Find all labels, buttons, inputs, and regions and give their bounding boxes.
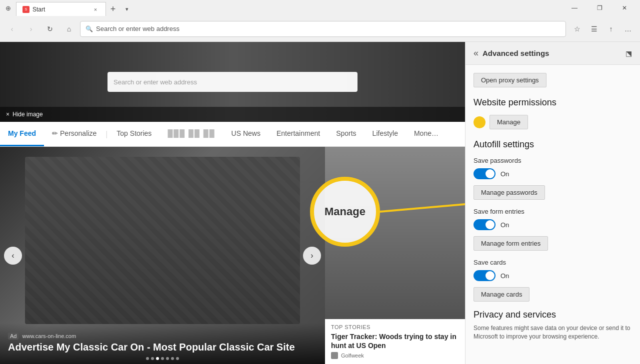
tab-sports[interactable]: Sports xyxy=(328,122,364,146)
save-form-entries-toggle-label: On xyxy=(500,221,509,229)
tab-blurred[interactable]: ███ ██ ██ xyxy=(160,122,223,146)
save-cards-toggle[interactable] xyxy=(474,270,496,281)
manage-form-entries-button[interactable]: Manage form entries xyxy=(474,236,548,251)
home-button[interactable]: ⌂ xyxy=(61,21,77,37)
autofill-settings-title: Autofill settings xyxy=(474,139,632,150)
source-name: Golfweek xyxy=(341,353,364,359)
save-passwords-toggle[interactable] xyxy=(474,168,496,179)
save-cards-toggle-row: On xyxy=(474,270,632,281)
tab-entertainment[interactable]: Entertainment xyxy=(268,122,328,146)
refresh-button[interactable]: ↻ xyxy=(42,21,58,37)
tab-sports-label: Sports xyxy=(336,129,356,137)
tab-my-feed-label: My Feed xyxy=(8,129,36,137)
save-passwords-toggle-label: On xyxy=(500,170,509,178)
nav-separator-1: | xyxy=(104,130,108,139)
edit-icon: ✏ xyxy=(52,129,58,137)
dot-5 xyxy=(166,357,169,360)
close-button[interactable]: ✕ xyxy=(613,0,636,16)
settings-popout-button[interactable]: ⬔ xyxy=(626,49,632,57)
dot-3 xyxy=(156,357,159,360)
reading-view-button[interactable]: ☰ xyxy=(586,21,602,37)
tabs-area: S Start × + ▾ xyxy=(16,0,134,16)
settings-header-left: « Advanced settings xyxy=(474,48,549,58)
settings-panel: « Advanced settings ⬔ Open proxy setting… xyxy=(465,42,640,364)
save-passwords-toggle-row: On xyxy=(474,168,632,179)
tab-lifestyle[interactable]: Lifestyle xyxy=(364,122,406,146)
more-button[interactable]: … xyxy=(620,21,636,37)
source-icon xyxy=(331,352,338,359)
address-bar[interactable]: 🔍 Search or enter web address xyxy=(80,21,566,37)
yellow-dot xyxy=(474,116,486,128)
tab-close-button[interactable]: × xyxy=(92,5,100,13)
manage-cards-button[interactable]: Manage cards xyxy=(474,287,530,302)
hide-image-label: Hide image xyxy=(12,111,43,118)
address-text: Search or enter web address xyxy=(96,25,180,32)
card-next-button[interactable]: › xyxy=(303,247,321,265)
content-area: Search or enter web address × Hide image… xyxy=(0,42,640,364)
tab-personalize-label: Personalize xyxy=(60,129,96,137)
tab-top-stories[interactable]: Top Stories xyxy=(108,122,160,146)
dot-7 xyxy=(176,357,179,360)
minimize-button[interactable]: — xyxy=(563,0,586,16)
ad-url: www.cars-on-line.com xyxy=(22,333,76,339)
tab-favicon: S xyxy=(22,6,30,13)
nav-bar: ‹ › ↻ ⌂ 🔍 Search or enter web address ☆ … xyxy=(0,16,640,42)
settings-header: « Advanced settings ⬔ xyxy=(466,42,640,65)
window-controls: — ❐ ✕ xyxy=(563,0,636,16)
save-form-entries-label: Save form entries xyxy=(474,208,632,215)
forward-button[interactable]: › xyxy=(23,21,39,37)
save-form-entries-toggle-row: On xyxy=(474,219,632,230)
tab-list-button[interactable]: ▾ xyxy=(120,2,134,16)
restore-button[interactable]: ❐ xyxy=(588,0,611,16)
hide-image-bar[interactable]: × Hide image xyxy=(0,107,465,122)
side-card-category: TOP STORIES xyxy=(331,324,459,330)
main-card: Ad www.cars-on-line.com Advertise My Cla… xyxy=(0,147,325,364)
tab-us-news-label: US News xyxy=(232,129,260,137)
cards-area: Ad www.cars-on-line.com Advertise My Cla… xyxy=(0,147,465,364)
tab-my-feed[interactable]: My Feed xyxy=(0,122,44,146)
save-cards-toggle-label: On xyxy=(500,272,509,280)
share-button[interactable]: ↑ xyxy=(603,21,619,37)
title-bar-left: ⊕ S Start × + ▾ xyxy=(4,0,134,16)
card-dots xyxy=(146,357,179,360)
tab-lifestyle-label: Lifestyle xyxy=(372,129,398,137)
tab-blurred-label: ███ ██ ██ xyxy=(168,129,215,137)
active-tab[interactable]: S Start × xyxy=(16,2,106,16)
settings-body: Open proxy settings Website permissions … xyxy=(466,65,640,349)
manage-row: Manage xyxy=(474,115,632,129)
save-form-entries-toggle[interactable] xyxy=(474,219,496,230)
tab-personalize[interactable]: ✏ Personalize xyxy=(44,122,104,146)
tab-top-stories-label: Top Stories xyxy=(116,129,152,137)
privacy-title: Privacy and services xyxy=(474,310,632,320)
back-button[interactable]: ‹ xyxy=(4,21,20,37)
circle-annotation: Manage xyxy=(310,177,380,247)
hero-search[interactable]: Search or enter web address xyxy=(108,72,358,92)
side-card-source: Golfweek xyxy=(331,352,459,359)
hero-search-placeholder: Search or enter web address xyxy=(114,78,197,86)
tab-us-news[interactable]: US News xyxy=(224,122,268,146)
save-cards-label: Save cards xyxy=(474,259,632,266)
close-icon: × xyxy=(6,111,10,118)
circle-annotation-label: Manage xyxy=(324,205,366,218)
save-passwords-label: Save passwords xyxy=(474,157,632,164)
dot-1 xyxy=(146,357,149,360)
dot-2 xyxy=(151,357,154,360)
main-card-title: Advertise My Classic Car On - Most Popul… xyxy=(8,341,317,353)
privacy-desc: Some features might save data on your de… xyxy=(474,324,632,341)
tab-entertainment-label: Entertainment xyxy=(276,129,320,137)
favorite-button[interactable]: ☆ xyxy=(569,21,585,37)
new-tab-button[interactable]: + xyxy=(106,2,120,16)
settings-back-button[interactable]: « xyxy=(474,48,478,58)
website-permissions-title: Website permissions xyxy=(474,97,632,108)
card-prev-button[interactable]: ‹ xyxy=(4,247,22,265)
title-bar: ⊕ S Start × + ▾ — ❐ ✕ xyxy=(0,0,640,16)
proxy-button[interactable]: Open proxy settings xyxy=(474,73,546,87)
tab-money[interactable]: Mone… xyxy=(406,122,446,146)
ad-badge: Ad xyxy=(8,333,18,340)
tab-money-label: Mone… xyxy=(414,129,438,137)
side-card-footer: TOP STORIES Tiger Tracker: Woods trying … xyxy=(325,319,465,364)
manage-website-button[interactable]: Manage xyxy=(490,115,528,129)
settings-title: Advanced settings xyxy=(482,49,549,57)
manage-passwords-button[interactable]: Manage passwords xyxy=(474,185,545,200)
hero-banner: Search or enter web address × Hide image xyxy=(0,42,465,122)
